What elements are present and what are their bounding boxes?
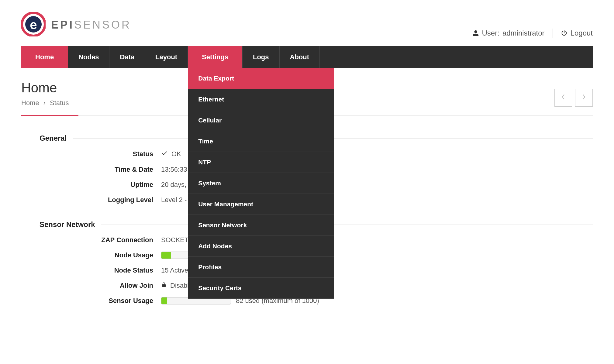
brand-text-b: SENSOR — [74, 19, 131, 31]
value-uptime: 20 days, — [161, 181, 186, 189]
nav-data-label: Data — [120, 53, 134, 61]
nav-settings-label: Settings — [202, 53, 228, 61]
label-sensor-usage: Sensor Usage — [40, 297, 161, 305]
nav-nodes[interactable]: Nodes — [68, 46, 109, 68]
breadcrumb-separator: › — [43, 99, 46, 107]
brand-text: EPISENSOR — [51, 19, 131, 31]
dd-ntp[interactable]: NTP — [188, 152, 334, 173]
header: e EPISENSOR User: administrator Logout — [21, 12, 593, 38]
progress-node-usage-bar — [161, 252, 171, 259]
label-node-status: Node Status — [40, 266, 161, 274]
next-button[interactable] — [575, 89, 593, 107]
breadcrumb: Home › Status — [21, 99, 69, 115]
user-prefix: User: — [482, 29, 499, 37]
logout-label: Logout — [571, 29, 593, 37]
nav-home-label: Home — [35, 53, 54, 61]
label-zap-connection: ZAP Connection — [40, 236, 161, 244]
dd-cellular[interactable]: Cellular — [188, 110, 334, 131]
dd-security-certs[interactable]: Security Certs — [188, 278, 334, 299]
settings-dropdown: Data Export Ethernet Cellular Time NTP S… — [188, 68, 334, 299]
page-arrows — [554, 89, 593, 107]
label-logging-level: Logging Level — [40, 196, 161, 204]
label-uptime: Uptime — [40, 181, 161, 189]
value-logging-level: Level 2 - — [161, 196, 187, 204]
breadcrumb-home[interactable]: Home — [21, 99, 39, 107]
prev-button[interactable] — [554, 89, 572, 107]
value-node-status: 15 Active — [161, 266, 188, 274]
page-title: Home — [21, 80, 69, 95]
breadcrumb-status[interactable]: Status — [50, 99, 69, 107]
value-time-date: 13:56:33 — [161, 166, 187, 173]
value-zap-connection: SOCKET — [161, 236, 188, 244]
nav-about-label: About — [290, 53, 309, 61]
nav-logs-label: Logs — [253, 53, 269, 61]
logo-icon: e — [21, 12, 46, 38]
svg-text:e: e — [30, 18, 37, 32]
dd-sensor-network[interactable]: Sensor Network — [188, 215, 334, 236]
dd-user-management[interactable]: User Management — [188, 194, 334, 215]
nav-layout[interactable]: Layout — [145, 46, 188, 68]
progress-sensor-usage-bar — [161, 297, 167, 304]
user-name: administrator — [502, 29, 545, 37]
nav-about[interactable]: About — [280, 46, 320, 68]
userbar: User: administrator Logout — [472, 29, 593, 38]
value-status: OK — [171, 150, 181, 158]
logo: e EPISENSOR — [21, 12, 131, 38]
label-node-usage: Node Usage — [40, 251, 161, 259]
label-time-date: Time & Date — [40, 166, 161, 173]
chevron-right-icon — [581, 93, 586, 103]
brand-text-a: EPI — [51, 19, 74, 31]
dd-ethernet[interactable]: Ethernet — [188, 89, 334, 110]
dd-add-nodes[interactable]: Add Nodes — [188, 236, 334, 257]
main-nav: Home Nodes Data Layout Settings Data Exp… — [21, 46, 593, 68]
nav-layout-label: Layout — [155, 53, 177, 61]
nav-logs[interactable]: Logs — [243, 46, 280, 68]
chevron-left-icon — [561, 93, 566, 103]
check-icon — [161, 150, 168, 158]
user-icon — [472, 30, 479, 36]
dd-data-export[interactable]: Data Export — [188, 68, 334, 89]
power-icon — [561, 30, 567, 36]
dd-time[interactable]: Time — [188, 131, 334, 152]
dd-system[interactable]: System — [188, 173, 334, 194]
nav-nodes-label: Nodes — [78, 53, 99, 61]
nav-home[interactable]: Home — [21, 46, 68, 68]
nav-settings[interactable]: Settings Data Export Ethernet Cellular T… — [188, 46, 243, 68]
user-info[interactable]: User: administrator — [472, 29, 545, 37]
label-allow-join: Allow Join — [40, 282, 161, 290]
logout-button[interactable]: Logout — [561, 29, 593, 37]
lock-icon — [161, 282, 167, 290]
label-status: Status — [40, 150, 161, 158]
breadcrumb-underline — [21, 115, 78, 116]
dd-profiles[interactable]: Profiles — [188, 257, 334, 278]
userbar-divider — [553, 29, 553, 38]
nav-data[interactable]: Data — [109, 46, 145, 68]
